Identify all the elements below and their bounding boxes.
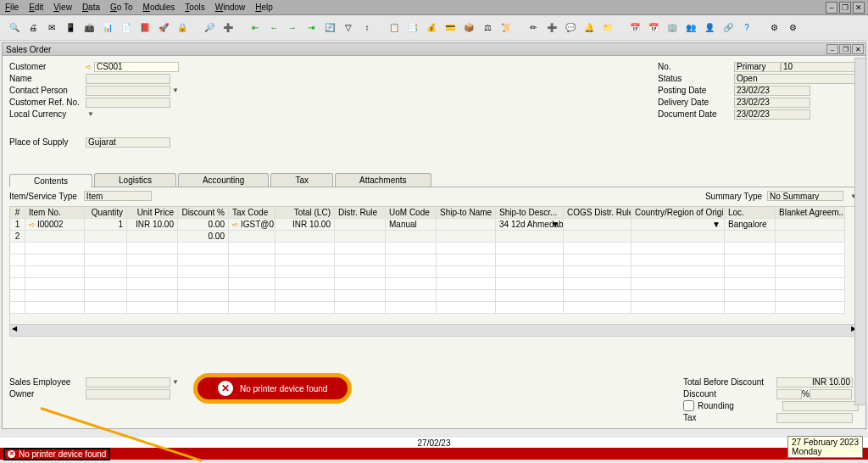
prev-record-icon[interactable]: ← bbox=[266, 20, 281, 36]
cell-cogs[interactable] bbox=[564, 219, 632, 231]
tab-accounting[interactable]: Accounting bbox=[178, 173, 269, 187]
gross-profit-icon[interactable]: 💰 bbox=[424, 20, 439, 36]
sales-emp-input[interactable] bbox=[86, 377, 170, 388]
branches-icon[interactable]: 🏢 bbox=[665, 20, 680, 36]
cell-tax-code[interactable] bbox=[229, 231, 275, 243]
cell-total[interactable]: INR 10.00 bbox=[275, 219, 335, 231]
cell-loc[interactable]: Bangalore bbox=[725, 219, 776, 231]
app-minimize-icon[interactable]: – bbox=[826, 2, 837, 14]
col-quantity[interactable]: Quantity bbox=[85, 207, 127, 219]
doc-date-input[interactable] bbox=[734, 109, 810, 120]
volume-icon[interactable]: 📦 bbox=[461, 20, 476, 36]
cell-uom[interactable] bbox=[386, 231, 437, 243]
cell-blanket[interactable] bbox=[776, 219, 845, 231]
cell-cogs[interactable] bbox=[564, 231, 632, 243]
cell-country[interactable]: ▼ bbox=[632, 219, 725, 231]
org-icon[interactable]: 👥 bbox=[683, 20, 698, 36]
sort-icon[interactable]: ↕ bbox=[359, 20, 375, 36]
export-excel-icon[interactable]: 📊 bbox=[100, 20, 115, 36]
cell-unit-price[interactable]: INR 10.00 bbox=[127, 219, 178, 231]
col-distr-rule[interactable]: Distr. Rule bbox=[335, 207, 386, 219]
app-restore-icon[interactable]: ❐ bbox=[839, 2, 851, 14]
grid-row[interactable] bbox=[10, 243, 858, 254]
transaction-icon[interactable]: 📜 bbox=[498, 20, 514, 36]
delivery-input[interactable] bbox=[734, 98, 810, 108]
cell-discount[interactable]: 0.00 bbox=[178, 231, 229, 243]
grid-row[interactable] bbox=[10, 302, 858, 314]
calendar-icon[interactable]: 📅 bbox=[627, 20, 643, 36]
refresh-icon[interactable]: 🔄 bbox=[322, 20, 337, 36]
tab-logistics[interactable]: Logistics bbox=[94, 173, 176, 187]
cell-quantity[interactable] bbox=[85, 231, 127, 243]
cell-quantity[interactable]: 1 bbox=[85, 219, 127, 231]
help-icon[interactable]: ? bbox=[739, 20, 754, 36]
customer-link-icon[interactable] bbox=[86, 62, 94, 71]
discount-pct-input[interactable] bbox=[776, 389, 802, 399]
menu-window[interactable]: Window bbox=[215, 3, 246, 12]
last-record-icon[interactable]: ⇥ bbox=[303, 20, 319, 36]
cell-unit-price[interactable] bbox=[127, 231, 178, 243]
cell-ship-descr[interactable] bbox=[496, 231, 564, 243]
cell-uom[interactable]: Manual bbox=[386, 219, 437, 231]
menu-data[interactable]: Data bbox=[82, 3, 100, 12]
form-vertical-scrollbar[interactable] bbox=[854, 58, 866, 405]
item-type-input[interactable] bbox=[84, 191, 152, 201]
col-item-no[interactable]: Item No. bbox=[25, 207, 85, 219]
target-doc-icon[interactable]: 📑 bbox=[405, 20, 420, 36]
print-icon[interactable]: 🖨 bbox=[25, 20, 41, 36]
balance-icon[interactable]: ⚖ bbox=[480, 20, 495, 36]
preview-icon[interactable]: 🔍 bbox=[7, 20, 22, 36]
menu-help[interactable]: Help bbox=[255, 3, 273, 12]
item-link-icon[interactable] bbox=[29, 220, 37, 229]
tax-link-icon[interactable] bbox=[232, 220, 241, 229]
add-icon[interactable]: ➕ bbox=[220, 20, 236, 36]
menu-file[interactable]: File bbox=[5, 3, 19, 12]
col-cogs[interactable]: COGS Distr. Rule bbox=[564, 207, 632, 219]
user-icon[interactable]: 👤 bbox=[702, 20, 717, 36]
grid-body[interactable]: 1 I00002 1 INR 10.00 0.00 IGST@0 INR 10.… bbox=[10, 219, 858, 324]
col-blanket[interactable]: Blanket Agreem... bbox=[776, 207, 845, 219]
owner-input[interactable] bbox=[86, 389, 170, 399]
next-record-icon[interactable]: → bbox=[285, 20, 300, 36]
col-country[interactable]: Country/Region of Origin bbox=[632, 207, 725, 219]
menu-modules[interactable]: Modules bbox=[143, 3, 175, 12]
tab-attachments[interactable]: Attachments bbox=[335, 173, 431, 187]
calendar-red-icon[interactable]: 📅 bbox=[646, 20, 661, 36]
cell-blanket[interactable] bbox=[776, 231, 845, 243]
pos-input[interactable] bbox=[86, 137, 170, 148]
doc-restore-icon[interactable]: ❐ bbox=[839, 44, 851, 54]
sales-emp-dropdown-icon[interactable]: ▼ bbox=[170, 378, 181, 386]
sms-icon[interactable]: 📱 bbox=[63, 20, 78, 36]
messages-icon[interactable]: 💬 bbox=[563, 20, 578, 36]
menu-goto[interactable]: Go To bbox=[110, 3, 133, 12]
col-tax-code[interactable]: Tax Code bbox=[229, 207, 275, 219]
cell-distr[interactable] bbox=[335, 231, 386, 243]
rounding-checkbox[interactable] bbox=[683, 400, 694, 411]
col-loc[interactable]: Loc. bbox=[725, 207, 776, 219]
filter-icon[interactable]: ▽ bbox=[341, 20, 356, 36]
menu-edit[interactable]: Edit bbox=[29, 3, 43, 12]
doc-minimize-icon[interactable]: – bbox=[826, 44, 838, 54]
name-input[interactable] bbox=[86, 74, 170, 84]
contact-dropdown-icon[interactable]: ▼ bbox=[170, 86, 181, 94]
cell-ship-descr[interactable]: ▼34 12d Ahmedab bbox=[496, 219, 564, 231]
email-icon[interactable]: ✉ bbox=[44, 20, 59, 36]
no-series-input[interactable] bbox=[734, 62, 781, 72]
col-uom[interactable]: UoM Code bbox=[386, 207, 437, 219]
cell-country[interactable] bbox=[632, 231, 725, 243]
link-icon[interactable]: 🔗 bbox=[721, 20, 736, 36]
col-total[interactable]: Total (LC) bbox=[275, 207, 335, 219]
col-discount[interactable]: Discount % bbox=[178, 207, 229, 219]
export-pdf-icon[interactable]: 📕 bbox=[137, 20, 153, 36]
cell-total[interactable] bbox=[275, 231, 335, 243]
tab-contents[interactable]: Contents bbox=[9, 174, 92, 187]
grid-row[interactable] bbox=[10, 254, 858, 266]
col-ship-descr[interactable]: Ship-to Descr... bbox=[496, 207, 564, 219]
app-close-icon[interactable]: ✕ bbox=[853, 2, 865, 14]
cell-loc[interactable] bbox=[725, 231, 776, 243]
ref-input[interactable] bbox=[86, 98, 170, 108]
menu-tools[interactable]: Tools bbox=[185, 3, 204, 12]
my-menu-icon[interactable]: 📁 bbox=[600, 20, 615, 36]
customize-icon[interactable]: ⚙ bbox=[766, 20, 782, 36]
col-ship-name[interactable]: Ship-to Name bbox=[437, 207, 496, 219]
